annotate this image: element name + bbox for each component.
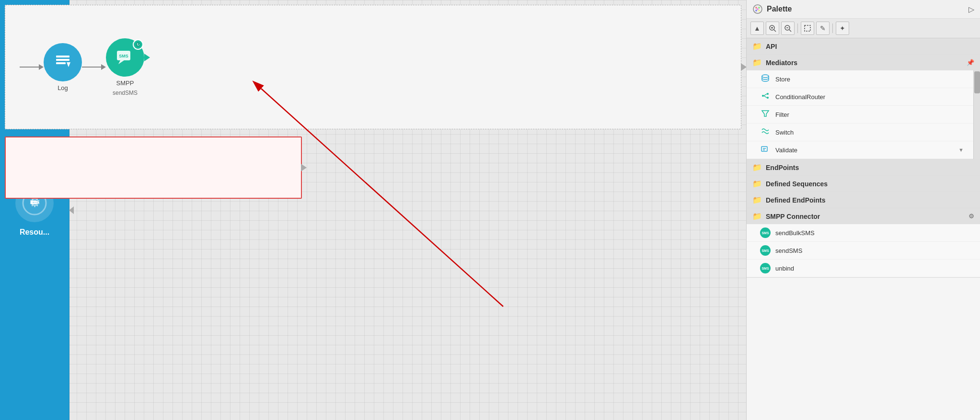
section-defined-sequences: 📁 Defined Sequences <box>747 176 980 192</box>
snap-btn[interactable]: ✦ <box>836 22 849 35</box>
svg-text:↻: ↻ <box>137 43 140 47</box>
palette-item-filter[interactable]: Filter <box>747 106 973 124</box>
badge-icon: ↻ <box>135 42 141 47</box>
defined-sequences-folder-icon: 📁 <box>752 179 762 188</box>
filter-icon <box>760 109 771 120</box>
smpp-badge: ↻ <box>133 39 143 50</box>
palette-title: Palette <box>767 5 965 13</box>
section-defined-endpoints-header[interactable]: 📁 Defined EndPoints <box>747 192 980 208</box>
mediators-with-scroll: Store <box>747 70 980 159</box>
toolbar-sep-2 <box>832 23 833 33</box>
toolbar-sep-1 <box>797 23 798 33</box>
section-api-header[interactable]: 📁 API <box>747 38 980 54</box>
switch-icon <box>760 127 771 137</box>
store-label: Store <box>775 76 790 83</box>
note-btn[interactable]: ✎ <box>816 22 830 35</box>
log-icon <box>52 52 73 73</box>
marquee-btn[interactable] <box>801 22 814 35</box>
svg-line-30 <box>764 94 767 96</box>
conditional-router-label: ConditionalRouter <box>775 93 825 101</box>
section-endpoints-header[interactable]: 📁 EndPoints <box>747 159 980 175</box>
section-api: 📁 API <box>747 38 980 55</box>
smpp-node-sublabel: sendSMS <box>113 90 138 96</box>
smpp-node[interactable]: SMS ↻ SMPP <box>106 38 144 96</box>
canvas-inner: ⚙ ✏ Resou... <box>0 0 746 420</box>
palette-icon <box>752 4 763 14</box>
palette-item-conditional-router[interactable]: ConditionalRouter <box>747 88 973 106</box>
palette-item-switch[interactable]: Switch <box>747 124 973 141</box>
palette-scroll[interactable]: 📁 API 📁 Mediators 📌 <box>747 38 980 420</box>
filter-icon-svg <box>761 109 770 118</box>
svg-point-26 <box>762 75 769 78</box>
svg-point-14 <box>758 7 760 9</box>
section-defined-endpoints: 📁 Defined EndPoints <box>747 192 980 208</box>
router-icon-svg <box>761 91 770 100</box>
svg-marker-7 <box>118 60 124 64</box>
smpp-node-circle: SMS ↻ <box>106 38 144 77</box>
section-endpoints: 📁 EndPoints <box>747 159 980 176</box>
smpp-connector-content: SMS sendBulkSMS SMS sendSMS SMS <box>747 224 980 277</box>
zoom-out-icon <box>784 24 792 32</box>
validate-icon <box>760 145 771 155</box>
endpoints-folder-icon: 📁 <box>752 163 762 172</box>
palette-panel: Palette ▷ ▲ <box>746 0 980 420</box>
svg-point-16 <box>758 10 760 11</box>
palette-item-validate[interactable]: Validate ▼ <box>747 141 973 159</box>
log-node-label: Log <box>58 84 68 91</box>
svg-rect-2 <box>56 56 69 57</box>
mediators-scroll-thumb <box>974 71 980 93</box>
section-mediators-label: Mediators <box>766 59 797 67</box>
svg-rect-33 <box>761 147 767 151</box>
section-smpp-connector-header[interactable]: 📁 SMPP Connector ⚙ <box>747 208 980 224</box>
svg-marker-5 <box>67 62 70 67</box>
section-defined-sequences-label: Defined Sequences <box>766 180 828 188</box>
palette-item-store[interactable]: Store <box>747 70 973 88</box>
upper-box-right-triangle <box>741 63 746 71</box>
section-smpp-connector: 📁 SMPP Connector ⚙ SMS sendBulkSMS <box>747 208 980 278</box>
validate-icon-svg <box>761 145 770 153</box>
defined-endpoints-folder-icon: 📁 <box>752 195 762 204</box>
palette-expand-icon[interactable]: ▷ <box>968 5 974 14</box>
canvas-area[interactable]: ⚙ ✏ Resou... <box>0 0 746 420</box>
unbind-label: unbind <box>775 265 794 272</box>
store-icon <box>760 74 771 84</box>
palette-item-send-bulk-sms[interactable]: SMS sendBulkSMS <box>747 224 980 242</box>
select-tool-btn[interactable]: ▲ <box>750 22 764 35</box>
mediators-items-list: Store <box>747 70 973 159</box>
palette-item-unbind[interactable]: SMS unbind <box>747 260 980 277</box>
resource-left-arrow <box>69 206 74 214</box>
arrow-line-2 <box>82 67 101 68</box>
zoom-out-btn[interactable] <box>781 22 795 35</box>
mediators-pin-icon[interactable]: 📌 <box>967 59 974 66</box>
entry-arrow <box>20 64 44 70</box>
zoom-in-btn[interactable] <box>766 22 779 35</box>
main-container: ⚙ ✏ Resou... <box>0 0 980 420</box>
svg-line-24 <box>789 30 791 32</box>
palette-item-send-sms[interactable]: SMS sendSMS <box>747 242 980 260</box>
section-endpoints-label: EndPoints <box>766 164 799 171</box>
smpp-header-left: 📁 SMPP Connector <box>752 212 820 221</box>
svg-point-29 <box>767 97 769 99</box>
svg-point-27 <box>762 95 764 97</box>
mediators-content: Store <box>747 70 980 159</box>
send-sms-icon: SMS <box>760 245 771 256</box>
store-db-icon <box>761 74 770 82</box>
arrowhead-2 <box>101 64 106 70</box>
smpp-icon: SMS <box>114 46 137 69</box>
svg-rect-3 <box>56 59 69 61</box>
smpp-settings-icon[interactable]: ⚙ <box>968 213 974 220</box>
zoom-in-icon <box>769 24 776 32</box>
unbind-icon: SMS <box>760 263 771 273</box>
svg-point-13 <box>755 7 757 9</box>
log-node[interactable]: Log <box>44 43 82 91</box>
svg-point-15 <box>755 10 757 11</box>
palette-header: Palette ▷ <box>747 0 980 19</box>
svg-line-31 <box>764 96 767 98</box>
section-defined-sequences-header[interactable]: 📁 Defined Sequences <box>747 176 980 192</box>
mediators-scrollbar[interactable] <box>973 70 980 159</box>
section-mediators-header[interactable]: 📁 Mediators 📌 <box>747 55 980 70</box>
filter-label: Filter <box>775 111 789 118</box>
lower-box-right-triangle <box>301 164 307 171</box>
switch-icon-svg <box>761 127 770 136</box>
svg-marker-32 <box>762 111 769 116</box>
